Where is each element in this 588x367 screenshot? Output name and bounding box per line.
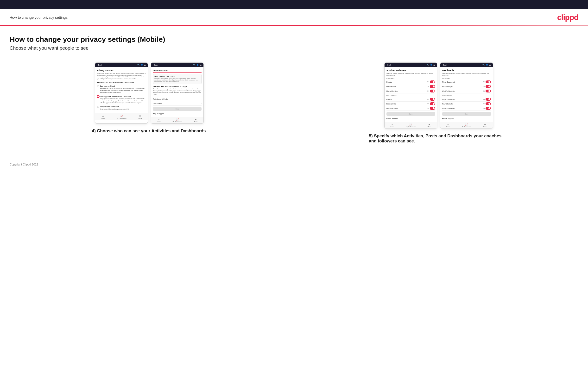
search-icon[interactable]: 🔍 xyxy=(137,64,140,66)
footer-menu-2[interactable]: ≡ Menu xyxy=(194,118,198,123)
header-title: How to change your privacy settings xyxy=(10,15,68,19)
screen1-body: Control how you and your data appears to… xyxy=(97,73,146,80)
radio-text-3: Only You and Your Coach Only you and the… xyxy=(100,106,129,110)
phone-screen-1: ‹ < BackBack 🔍 👤 ☰ Privacy Controls Cont… xyxy=(95,62,148,124)
toggle-followers-drills[interactable] xyxy=(430,102,435,105)
toggle-followers-rounds[interactable] xyxy=(430,98,435,101)
search-icon-2[interactable]: 🔍 xyxy=(193,64,196,66)
nav-icons-3: 🔍 👤 ☰ xyxy=(427,64,435,66)
settings-icon[interactable]: ☰ xyxy=(144,64,146,66)
nav-icons-4: 🔍 👤 ☰ xyxy=(482,64,491,66)
search-icon-3[interactable]: 🔍 xyxy=(427,64,429,66)
footer-performance-1[interactable]: 📈 My Performance xyxy=(117,115,127,119)
steps-container: ‹ < BackBack 🔍 👤 ☰ Privacy Controls Cont… xyxy=(10,62,578,144)
screen4-title: Dashboards xyxy=(442,69,491,72)
toggle-d-coaches-insights[interactable] xyxy=(485,85,491,88)
toggle-d-followers-insights[interactable] xyxy=(485,102,491,105)
help-support-4: Help & Support xyxy=(442,117,491,120)
phone-nav-4: ‹ Back 🔍 👤 ☰ xyxy=(440,63,493,67)
phone-content-2: Privacy Controls Only You and Your Coach… xyxy=(151,67,203,117)
footer-performance-4[interactable]: 📈 My Performance xyxy=(462,123,471,127)
privacy-tab[interactable]: Privacy Controls xyxy=(153,69,201,73)
nav-icons-2: 🔍 👤 ☰ xyxy=(193,64,201,66)
toggle-d-coaches-workOn[interactable] xyxy=(485,90,491,92)
footer-menu-4[interactable]: ≡ Menu xyxy=(483,123,487,127)
settings-icon-2[interactable]: ☰ xyxy=(200,64,201,66)
row-followers-rounds: Rounds ON xyxy=(387,97,435,102)
footer-menu-3[interactable]: ≡ Menu xyxy=(428,123,431,127)
phone-nav-1: ‹ < BackBack 🔍 👤 ☰ xyxy=(95,63,148,67)
people-icon-2[interactable]: 👤 xyxy=(197,64,199,66)
chart-icon-4: 📈 xyxy=(465,123,468,126)
row-coaches-manual: Manual Activities ON xyxy=(387,89,435,93)
back-btn-2[interactable]: ‹ Back xyxy=(153,64,158,66)
page-subheading: Choose what you want people to see xyxy=(10,45,578,51)
toggle-d-followers-player[interactable] xyxy=(485,98,491,101)
radio-everyone[interactable]: Everyone on Clippd Everyone on Clippd ca… xyxy=(97,84,146,94)
radio-circle-3 xyxy=(97,106,99,108)
menu-icon-4: ≡ xyxy=(484,123,486,126)
radio-only-you[interactable]: Only You and Your Coach Only you and the… xyxy=(97,105,146,111)
footer-performance-3[interactable]: 📈 My Performance xyxy=(406,123,415,127)
phone-content-1: Privacy Controls Control how you and you… xyxy=(95,67,148,113)
radio-text-2: Only Approved Followers and Your Coach O… xyxy=(100,95,146,104)
footer-performance-2[interactable]: 📈 My Performance xyxy=(173,118,182,123)
chart-icon: 📈 xyxy=(120,115,123,117)
back-btn-1[interactable]: ‹ < BackBack xyxy=(97,64,102,66)
page-heading: How to change your privacy settings (Mob… xyxy=(10,35,578,43)
toggle-coaches-drills[interactable] xyxy=(430,85,435,88)
menu-dashboards[interactable]: Dashboards › xyxy=(153,101,201,106)
phone-content-4: Dashboards Select the dashboards that yo… xyxy=(440,67,493,122)
footer-home-4[interactable]: ⌂ Home xyxy=(446,123,450,127)
people-icon-3[interactable]: 👤 xyxy=(430,64,432,66)
row-d-followers-player: Player Dashboard ON xyxy=(442,97,491,102)
radio-approved[interactable]: Only Approved Followers and Your Coach O… xyxy=(97,94,146,105)
toggle-coaches-rounds[interactable] xyxy=(430,80,435,83)
nav-icons-1: 🔍 👤 ☰ xyxy=(137,64,146,66)
people-icon[interactable]: 👤 xyxy=(141,64,143,66)
footer-home-2[interactable]: ⌂ Home xyxy=(157,118,161,123)
menu-activities[interactable]: Activities and Posts › xyxy=(153,97,201,101)
row-d-coaches-player: Player Dashboard ON xyxy=(442,80,491,84)
footer-menu-1[interactable]: ≡ Menu xyxy=(138,115,142,119)
people-icon-4[interactable]: 👤 xyxy=(486,64,488,66)
coaches-label-4: COACHES xyxy=(442,78,491,79)
copyright: Copyright Clippd 2022 xyxy=(10,163,38,166)
screen3-title: Activities and Posts xyxy=(387,69,435,72)
settings-icon-3[interactable]: ☰ xyxy=(433,64,435,66)
save-btn-4[interactable]: Save xyxy=(442,112,491,116)
row-followers-manual: Manual Activities ON xyxy=(387,106,435,111)
row-coaches-drills: Practice Drills ON xyxy=(387,84,435,89)
back-btn-4[interactable]: ‹ Back xyxy=(442,64,447,66)
phone-footer-3: ⌂ Home 📈 My Performance ≡ Menu xyxy=(385,122,437,128)
step4-screens: ‹ < BackBack 🔍 👤 ☰ Privacy Controls Cont… xyxy=(10,62,289,124)
followers-label-4: FOLLOWERS xyxy=(442,95,491,96)
footer-home-1[interactable]: ⌂ Home xyxy=(101,115,105,119)
step5-screens: ‹ Back 🔍 👤 ☰ Activities and Posts Select… xyxy=(299,62,579,129)
radio-circle-1 xyxy=(97,85,99,87)
screen4-body: Select the dashboards that you'd like to… xyxy=(442,73,491,76)
row-d-coaches-workOn: What To Work On ON xyxy=(442,89,491,93)
toggle-coaches-manual[interactable] xyxy=(430,90,435,92)
phone-screen-4: ‹ Back 🔍 👤 ☰ Dashboards Select the dashb… xyxy=(440,62,493,129)
toggle-followers-manual[interactable] xyxy=(430,107,435,110)
home-icon-3: ⌂ xyxy=(391,123,393,126)
step4-caption: 4) Choose who can see your Activities an… xyxy=(92,128,207,133)
chevron-right-icon-1: › xyxy=(201,98,202,100)
save-btn-2[interactable]: Save xyxy=(153,107,201,111)
settings-icon-4[interactable]: ☰ xyxy=(489,64,491,66)
popup-text: Only you and the coaches you connect wit… xyxy=(154,78,200,83)
step5-group: ‹ Back 🔍 👤 ☰ Activities and Posts Select… xyxy=(299,62,579,144)
screen1-title: Privacy Controls xyxy=(97,69,146,72)
toggle-d-followers-workOn[interactable] xyxy=(485,107,491,110)
save-btn-3[interactable]: Save xyxy=(387,112,435,116)
menu-icon: ≡ xyxy=(139,115,141,117)
search-icon-4[interactable]: 🔍 xyxy=(482,64,485,66)
back-btn-3[interactable]: ‹ Back xyxy=(387,64,391,66)
row-d-followers-insights: Round Insights ON xyxy=(442,102,491,106)
toggle-d-coaches-player[interactable] xyxy=(485,80,491,83)
chart-icon-2: 📈 xyxy=(176,118,179,121)
show-hide-title: Show or hide specific features in Clippd xyxy=(153,85,201,87)
top-bar xyxy=(0,0,588,9)
footer-home-3[interactable]: ⌂ Home xyxy=(390,123,394,127)
